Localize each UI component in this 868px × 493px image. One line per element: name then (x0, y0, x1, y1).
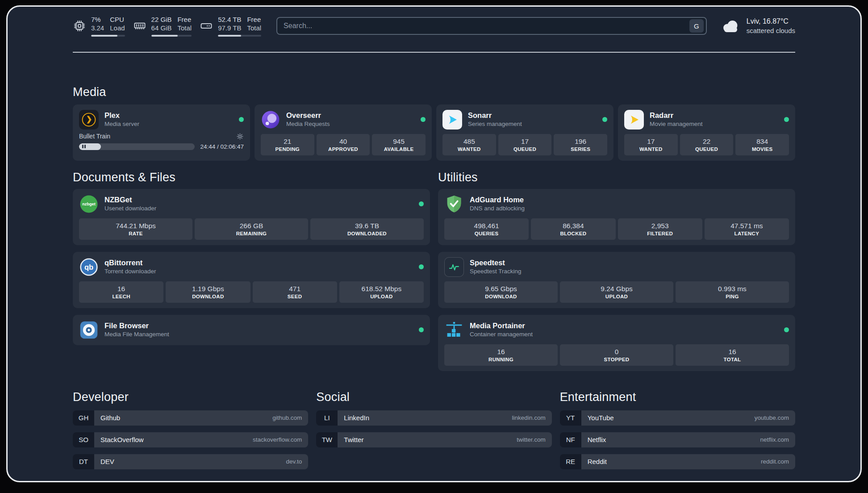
media-section: Plex Media server Bullet Train (73, 104, 795, 161)
bookmark-github[interactable]: GH Github github.com (73, 410, 308, 426)
service-card-speedtest[interactable]: Speedtest Speedtest Tracking 9.65 Gbps D… (438, 252, 795, 308)
service-description: DNS and adblocking (470, 205, 525, 213)
bookmark-domain: dev.to (286, 458, 302, 465)
service-card-overseerr[interactable]: Overseerr Media Requests 21 PENDING 40 A… (255, 104, 432, 161)
overseerr-icon (261, 110, 280, 130)
stat-value: 0.993 ms (676, 285, 788, 293)
bookmark-abbr: RE (560, 454, 581, 469)
stat-label: RATE (80, 231, 192, 237)
search-input[interactable] (284, 22, 689, 30)
bookmark-name: StackOverflow (100, 436, 144, 443)
bookmark-netflix[interactable]: NF Netflix netflix.com (560, 432, 795, 447)
stat-tile: 266 GB REMAINING (195, 218, 308, 240)
dashboard-window: 7% 3.24 CPU Load (6, 5, 862, 482)
stat-value: 17 (625, 138, 677, 146)
stat-value: 16 (445, 348, 557, 356)
status-dot (419, 201, 424, 206)
status-dot (419, 327, 424, 332)
bookmark-twitter[interactable]: TW Twitter twitter.com (316, 432, 551, 447)
stat-tile: 744.21 Mbps RATE (79, 218, 192, 240)
service-card-portainer[interactable]: Media Portainer Container management 16 … (438, 315, 795, 371)
status-dot (421, 117, 426, 122)
service-card-sonarr[interactable]: Sonarr Series management 485 WANTED 17 Q… (436, 104, 613, 161)
bookmark-youtube[interactable]: YT YouTube youtube.com (560, 410, 795, 426)
section-title-utilities: Utilities (438, 170, 795, 184)
memory-free-value: 22 GiB (151, 16, 172, 24)
stat-label: APPROVED (317, 146, 369, 152)
stat-value: 9.24 Gbps (561, 285, 672, 293)
now-playing-title: Bullet Train (79, 133, 110, 140)
bookmark-reddit[interactable]: RE Reddit reddit.com (560, 454, 795, 469)
service-card-radarr[interactable]: Radarr Movie management 17 WANTED 22 QUE… (618, 104, 795, 161)
section-title-social: Social (316, 390, 551, 404)
bookmark-linkedin[interactable]: LI LinkedIn linkedin.com (316, 410, 551, 426)
filebrowser-icon (79, 320, 99, 340)
bookmark-abbr: SO (73, 432, 94, 447)
bookmark-abbr: NF (560, 432, 581, 447)
bookmark-name: Reddit (588, 458, 607, 465)
stat-tile: 498,461 QUERIES (444, 218, 529, 240)
service-name: Speedtest (470, 258, 522, 268)
documents-section: Documents & Files nzbget NZBGet U (73, 170, 430, 371)
stat-value: 47.571 ms (705, 222, 788, 230)
stat-tile: 945 AVAILABLE (372, 134, 426, 155)
disk-usage-bar (218, 35, 261, 37)
search-provider-button[interactable]: G (689, 19, 704, 33)
topbar-divider (73, 52, 795, 53)
service-card-nzbget[interactable]: nzbget NZBGet Usenet downloader 744.21 M… (73, 189, 430, 245)
stat-value: 16 (676, 348, 788, 356)
search-bar[interactable]: G (276, 17, 707, 35)
cpu-usage-bar-fill (91, 35, 117, 37)
stat-tile: 0 STOPPED (560, 344, 673, 366)
weather-condition: scattered clouds (747, 26, 795, 35)
stat-label: DOWNLOAD (167, 294, 249, 300)
service-card-adguard[interactable]: AdGuard Home DNS and adblocking 498,461 … (438, 189, 795, 245)
bookmark-abbr: LI (316, 410, 338, 426)
status-dot (784, 327, 789, 332)
stat-value: 9.65 Gbps (445, 285, 557, 293)
stat-label: TOTAL (676, 357, 788, 363)
stat-tile: 485 WANTED (442, 134, 496, 155)
stat-tile: 834 MOVIES (735, 134, 789, 155)
stat-label: QUEUED (681, 146, 733, 152)
bookmark-name: Netflix (588, 436, 606, 443)
disk-usage-bar-fill (218, 35, 241, 37)
service-description: Usenet downloader (104, 205, 156, 213)
stat-value: 21 (262, 138, 313, 146)
weather-location-temp: Lviv, 16.87°C (747, 17, 795, 26)
stat-tile: 40 APPROVED (317, 134, 370, 155)
bookmark-domain: twitter.com (517, 436, 546, 443)
nzbget-icon: nzbget (79, 194, 99, 214)
stat-label: RUNNING (445, 357, 557, 363)
stat-label: DOWNLOADED (311, 231, 423, 237)
dashboard-content: 7% 3.24 CPU Load (8, 7, 860, 481)
memory-widget: 22 GiB 64 GiB Free Total (133, 16, 192, 37)
stat-label: DOWNLOAD (445, 294, 557, 300)
stat-value: 498,461 (445, 222, 528, 230)
bookmark-dev[interactable]: DT DEV dev.to (73, 454, 308, 469)
bookmark-stackoverflow[interactable]: SO StackOverflow stackoverflow.com (73, 432, 308, 447)
pause-icon[interactable] (82, 145, 86, 148)
stat-tile: 0.993 ms PING (676, 281, 789, 303)
service-card-plex[interactable]: Plex Media server Bullet Train (73, 104, 250, 161)
stat-value: 471 (254, 285, 336, 293)
stat-label: UPLOAD (340, 294, 423, 300)
playback-progress-bar[interactable] (79, 143, 195, 150)
stat-value: 945 (373, 138, 425, 146)
service-card-qbittorrent[interactable]: qb qBittorrent Torrent downloader 16 LEE… (73, 252, 430, 308)
player-settings-gear-icon[interactable] (236, 133, 244, 140)
stat-label: LATENCY (705, 231, 788, 237)
plex-icon (79, 110, 99, 130)
svg-text:qb: qb (84, 263, 93, 271)
service-card-filebrowser[interactable]: File Browser Media File Management (73, 315, 430, 345)
stat-label: MOVIES (736, 146, 788, 152)
memory-total-value: 64 GiB (151, 24, 172, 33)
cpu-load-value: 3.24 (91, 24, 104, 33)
playback-progress-fill (79, 143, 101, 150)
service-name: Overseerr (286, 111, 330, 121)
stat-value: 618.52 Mbps (340, 285, 423, 293)
service-name: Sonarr (468, 111, 522, 121)
memory-icon (133, 19, 146, 33)
stat-value: 86,384 (532, 222, 614, 230)
cpu-widget: 7% 3.24 CPU Load (73, 16, 125, 37)
